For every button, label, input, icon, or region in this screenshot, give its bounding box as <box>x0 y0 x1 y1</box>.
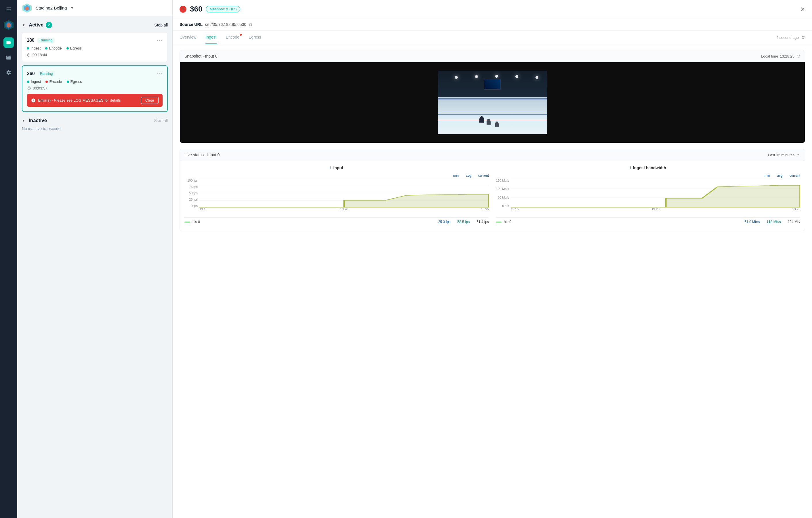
time-range-select[interactable]: Last 15 minutes <box>768 153 800 157</box>
card-menu-360[interactable]: ··· <box>156 70 163 77</box>
active-section-header: ▼ Active 2 Stop all <box>22 22 168 28</box>
encode-tab-dot <box>240 34 242 36</box>
ingest-indicator-180: Ingest <box>27 46 40 50</box>
copy-url-icon[interactable]: ⧉ <box>249 22 252 27</box>
chart-input-legend: hls-0 25.3 fps 58.5 fps 61.4 fps <box>184 217 489 226</box>
close-button[interactable]: ✕ <box>800 6 805 13</box>
tab-egress[interactable]: Egress <box>249 31 261 44</box>
chart-bandwidth-title: Ingest bandwidth <box>633 166 666 170</box>
bw-col-header-current: current <box>789 174 800 178</box>
bw-col-header-avg: avg <box>777 174 782 178</box>
chart-bandwidth: ℹ Ingest bandwidth min avg current 150 M… <box>496 166 800 226</box>
tabs-right: 4 second ago <box>776 35 805 40</box>
clear-error-button[interactable]: Clear <box>141 97 158 104</box>
workspace-name: Staging2 Beijing <box>36 5 67 10</box>
start-all-button[interactable]: Start all <box>154 118 168 123</box>
chart-input-x-labels: 13:15 13:20 13:25 <box>199 207 489 213</box>
card-indicators-180: Ingest Encode Egress <box>27 46 163 50</box>
svg-marker-11 <box>199 194 489 207</box>
card-menu-180[interactable]: ··· <box>157 37 163 43</box>
sidebar-item-settings[interactable] <box>3 67 14 78</box>
charts-area: ℹ Input min avg current 100 fps 75 fps 5… <box>180 161 805 231</box>
input-current: 61.4 fps <box>476 220 489 224</box>
bandwidth-current: 124 Mb/ <box>788 220 800 224</box>
input-avg: 58.5 fps <box>458 220 470 224</box>
sidebar-item-video[interactable] <box>3 37 14 48</box>
workspace-chevron[interactable]: ▼ <box>70 6 74 10</box>
hamburger-menu[interactable]: ☰ <box>4 3 13 15</box>
live-status-title: Live status - Input 0 <box>184 152 220 157</box>
left-panel: Staging2 Beijing ▼ ▼ Active 2 Stop all 1… <box>17 0 173 518</box>
detail-title-group: ! 360 Meshbox & HLS <box>179 5 240 13</box>
stop-all-button[interactable]: Stop all <box>154 23 168 27</box>
chart-input-area: 100 fps 75 fps 50 fps 25 fps 0 fps <box>184 179 489 213</box>
inactive-section-header: ▼ Inactive Start all <box>22 118 168 123</box>
col-header-current: current <box>478 174 489 178</box>
tabs-bar: Overview Ingest Encode Egress 4 second a… <box>173 31 812 44</box>
bandwidth-avg: 118 Mb/s <box>766 220 781 224</box>
egress-indicator-360: Egress <box>67 80 82 84</box>
ingest-indicator-360: Ingest <box>27 80 41 84</box>
error-bar-360: Error(s) - Please see LOG MESSAGES for d… <box>27 94 163 107</box>
chart-bandwidth-legend: hls-0 51.0 Mb/s 118 Mb/s 124 Mb/ <box>496 217 800 226</box>
chart-input-svg <box>199 179 489 207</box>
snapshot-time-label: Local time <box>761 54 778 58</box>
error-indicator-icon: ! <box>179 6 186 13</box>
detail-header: ! 360 Meshbox & HLS ✕ <box>173 0 812 19</box>
tab-encode[interactable]: Encode <box>226 31 239 44</box>
snapshot-image <box>438 71 547 134</box>
snapshot-time: Local time 13:28:25 <box>761 54 800 58</box>
chart-input-title: Input <box>333 166 343 170</box>
inactive-title: Inactive <box>29 118 47 123</box>
bw-col-header-min: min <box>764 174 770 178</box>
snapshot-section: Snapshot - Input 0 Local time 13:28:25 <box>179 50 805 143</box>
live-status-header: Live status - Input 0 Last 15 minutes <box>180 149 805 161</box>
snapshot-time-value: 13:28:25 <box>780 54 794 58</box>
egress-dot-180 <box>66 47 69 50</box>
snapshot-header: Snapshot - Input 0 Local time 13:28:25 <box>180 50 805 62</box>
card-timer-360: 00:03:57 <box>27 86 163 90</box>
status-badge-180: Running <box>37 38 55 43</box>
no-inactive-message: No inactive transcoder <box>22 126 168 131</box>
col-header-min: min <box>453 174 459 178</box>
transcoder-id-180: 180 <box>27 38 34 43</box>
source-url-bar: Source URL srt://35.76.192.85:6530 ⧉ <box>173 19 812 31</box>
chart-bandwidth-info-icon: ℹ <box>630 166 631 170</box>
encode-dot-180 <box>45 47 48 50</box>
encode-indicator-360: Encode <box>46 80 62 84</box>
ingest-dot-360 <box>27 81 29 83</box>
sidebar: ☰ <box>0 0 17 518</box>
card-header-360: 360 Running ··· <box>27 70 163 77</box>
chart-bandwidth-area: 150 Mb/s 100 Mb/s 50 Mb/s 0 b/s <box>496 179 800 213</box>
chart-bandwidth-y-labels: 150 Mb/s 100 Mb/s 50 Mb/s 0 b/s <box>496 179 511 207</box>
sidebar-item-film[interactable] <box>3 52 14 63</box>
transcoder-id-360: 360 <box>27 71 35 76</box>
status-badge-360: Running <box>38 71 55 76</box>
legend-line-input <box>184 222 190 223</box>
card-header-180: 180 Running ··· <box>27 37 163 43</box>
chart-input-col-headers: min avg current <box>184 174 489 178</box>
card-title-360: 360 Running <box>27 71 55 76</box>
egress-dot-360 <box>67 81 69 83</box>
col-header-avg: avg <box>466 174 471 178</box>
logo <box>3 20 14 30</box>
tab-ingest[interactable]: Ingest <box>205 31 216 44</box>
legend-label-input: hls-0 <box>193 220 436 224</box>
chart-input-title-row: ℹ Input <box>184 166 489 170</box>
card-indicators-360: Ingest Encode Egress <box>27 80 163 84</box>
error-message: Error(s) - Please see LOG MESSAGES for d… <box>38 98 121 103</box>
legend-label-bandwidth: hls-0 <box>504 220 743 224</box>
svg-marker-16 <box>511 185 800 207</box>
transcoder-card-360[interactable]: 360 Running ··· Ingest Encode Egress <box>22 65 168 112</box>
egress-indicator-180: Egress <box>66 46 82 50</box>
active-count-badge: 2 <box>46 22 52 28</box>
legend-values-bandwidth: 51.0 Mb/s 118 Mb/s 124 Mb/ <box>745 220 800 224</box>
ingest-dot-180 <box>27 47 29 50</box>
source-url-label: Source URL <box>179 22 203 27</box>
active-chevron[interactable]: ▼ <box>22 23 25 27</box>
chart-bandwidth-x-labels: 13:15 13:20 13:25 <box>511 207 800 213</box>
card-title-180: 180 Running <box>27 38 55 43</box>
inactive-chevron[interactable]: ▼ <box>22 119 25 123</box>
tab-overview[interactable]: Overview <box>179 31 196 44</box>
transcoder-card-180[interactable]: 180 Running ··· Ingest Encode Egress <box>22 32 168 62</box>
